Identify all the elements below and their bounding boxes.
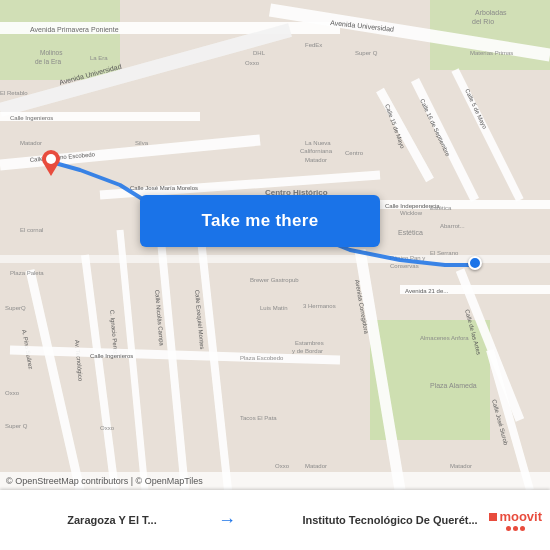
moovit-dot-icon xyxy=(489,513,497,521)
svg-text:y de Bordar: y de Bordar xyxy=(292,348,323,354)
route-from-label: Zaragoza Y El T... xyxy=(12,514,212,526)
svg-text:Plaza Paleta: Plaza Paleta xyxy=(10,270,44,276)
svg-text:Avenida Primavera Poniente: Avenida Primavera Poniente xyxy=(30,26,119,33)
svg-text:FedEx: FedEx xyxy=(305,42,322,48)
svg-text:Arboladas: Arboladas xyxy=(475,9,507,16)
svg-text:La Nueva: La Nueva xyxy=(305,140,331,146)
svg-text:Brewer Gastropub: Brewer Gastropub xyxy=(250,277,299,283)
svg-text:Plaza Alameda: Plaza Alameda xyxy=(430,382,477,389)
svg-text:Estética: Estética xyxy=(398,229,423,236)
svg-text:Oxxo: Oxxo xyxy=(5,390,20,396)
svg-text:Super Q: Super Q xyxy=(5,423,28,429)
take-me-there-button[interactable]: Take me there xyxy=(140,195,380,247)
svg-text:SuperQ: SuperQ xyxy=(5,305,26,311)
svg-text:Matador: Matador xyxy=(20,140,42,146)
svg-text:La Era: La Era xyxy=(90,55,108,61)
moovit-brand-text: moovit xyxy=(499,509,542,524)
svg-text:Calle Ingenieros: Calle Ingenieros xyxy=(10,115,53,121)
svg-text:Wicklow: Wicklow xyxy=(400,210,423,216)
svg-text:Calle Ingenieros: Calle Ingenieros xyxy=(90,353,133,359)
svg-text:DHL: DHL xyxy=(253,50,266,56)
svg-text:Silva: Silva xyxy=(135,140,149,146)
svg-text:Centro: Centro xyxy=(345,150,364,156)
svg-text:Californiana: Californiana xyxy=(300,148,333,154)
route-arrow-icon: → xyxy=(212,510,242,531)
destination-pin xyxy=(468,256,482,270)
svg-point-96 xyxy=(46,154,56,164)
svg-text:Matador: Matador xyxy=(305,157,327,163)
svg-text:Materias Primas: Materias Primas xyxy=(470,50,513,56)
svg-text:Calle José María Morelos: Calle José María Morelos xyxy=(130,185,198,191)
svg-text:Estética: Estética xyxy=(430,205,452,211)
svg-text:Matador: Matador xyxy=(305,463,327,469)
svg-text:Estambres: Estambres xyxy=(295,340,324,346)
moovit-logo: moovit xyxy=(489,495,542,545)
svg-text:El Retablo: El Retablo xyxy=(0,90,28,96)
svg-marker-95 xyxy=(45,166,57,176)
svg-text:Super Q: Super Q xyxy=(355,50,378,56)
svg-text:Tacos El Pata: Tacos El Pata xyxy=(240,415,277,421)
svg-text:Oxxo: Oxxo xyxy=(275,463,290,469)
svg-text:Oxxo: Oxxo xyxy=(100,425,115,431)
bottom-bar: Zaragoza Y El T... → Instituto Tecnológi… xyxy=(0,490,550,550)
svg-text:Oxxo: Oxxo xyxy=(245,60,260,66)
map-container: Avenida Primavera Poniente Avenida Unive… xyxy=(0,0,550,490)
svg-text:3 Hermanos: 3 Hermanos xyxy=(303,303,336,309)
svg-text:El Serrano: El Serrano xyxy=(430,250,459,256)
svg-text:Molinos: Molinos xyxy=(40,49,63,56)
svg-text:Luis Matín: Luis Matín xyxy=(260,305,288,311)
map-attribution: © OpenStreetMap contributors | © OpenMap… xyxy=(0,472,550,490)
svg-text:Avenida 21 de...: Avenida 21 de... xyxy=(405,288,449,294)
svg-text:Conservas: Conservas xyxy=(390,263,419,269)
svg-text:El cornal: El cornal xyxy=(20,227,43,233)
svg-text:Abarrot...: Abarrot... xyxy=(440,223,465,229)
svg-text:Plaza Escobedo: Plaza Escobedo xyxy=(240,355,284,361)
svg-text:Almacenes Anfora: Almacenes Anfora xyxy=(420,335,469,341)
origin-pin xyxy=(40,148,62,180)
svg-text:Matador: Matador xyxy=(450,463,472,469)
svg-text:de la Era: de la Era xyxy=(35,58,61,65)
svg-text:del Río: del Río xyxy=(472,18,494,25)
